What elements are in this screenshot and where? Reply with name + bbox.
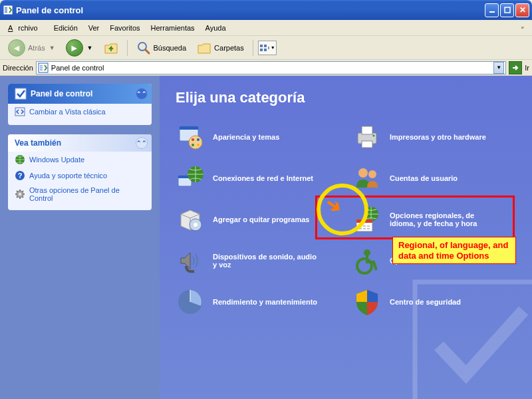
folders-button[interactable]: Carpetas [193, 39, 248, 57]
go-button[interactable] [509, 61, 522, 74]
separator [253, 40, 253, 56]
back-button[interactable]: ◄ Atrás ▼ [4, 37, 59, 59]
minimize-button[interactable] [485, 3, 499, 17]
svg-rect-16 [415, 282, 532, 399]
menubar: Archivodocument.currentScript.previousSi… [0, 20, 532, 36]
window-title: Panel de control [16, 5, 483, 15]
svg-rect-18 [180, 126, 198, 130]
chevron-down-icon: ▼ [271, 45, 275, 50]
menu-favoritos[interactable]: Favoritos [104, 23, 145, 33]
sound-icon [176, 246, 205, 275]
views-button[interactable]: ▼ [258, 41, 277, 55]
cat-sound[interactable]: Dispositivos de sonido, audio y voz [176, 246, 339, 275]
address-dropdown[interactable]: ▼ [493, 62, 504, 74]
svg-rect-25 [362, 126, 372, 134]
svg-point-31 [358, 168, 368, 178]
addremove-icon [176, 205, 205, 234]
address-value: Panel de control [51, 64, 491, 72]
svg-point-27 [373, 135, 375, 137]
cat-users[interactable]: Cuentas de usuario [352, 164, 516, 193]
up-button[interactable] [100, 39, 122, 57]
network-icon [176, 164, 205, 193]
menu-herramientas[interactable]: Herramientas [146, 23, 200, 33]
printer-icon [352, 122, 382, 152]
svg-rect-7 [264, 49, 267, 51]
security-icon [352, 287, 382, 317]
gear-icon [15, 189, 25, 200]
menu-ver[interactable]: Ver [83, 23, 105, 33]
panel-header[interactable]: Vea también ⌃⌃ [8, 134, 152, 152]
menu-archivo[interactable]: Archivodocument.currentScript.previousSi… [3, 23, 49, 33]
search-icon [136, 41, 151, 55]
svg-point-20 [192, 138, 194, 141]
help-icon: ? [15, 170, 25, 181]
menu-ayuda[interactable]: Ayuda [200, 23, 231, 33]
main-area: Elija una categoría Apariencia y temas I… [160, 76, 532, 399]
menu-edicion[interactable]: Edición [49, 23, 83, 33]
windows-flag-icon [516, 21, 529, 33]
svg-point-32 [368, 170, 376, 178]
svg-point-15 [19, 193, 21, 196]
cat-printers[interactable]: Impresoras y otro hardware [352, 122, 516, 152]
address-label: Dirección [3, 64, 33, 72]
separator [127, 40, 128, 56]
appearance-icon [176, 122, 205, 152]
chevron-down-icon: ▼ [87, 45, 93, 51]
checkbox-icon [15, 88, 27, 100]
windows-update-link[interactable]: Windows Update [8, 152, 152, 168]
cat-performance[interactable]: Rendimiento y mantenimiento [176, 287, 339, 317]
watermark-icon [399, 266, 532, 399]
svg-point-21 [197, 138, 200, 141]
page-title: Elija una categoría [176, 89, 516, 106]
panel-header[interactable]: Panel de control ⌃⌃ [8, 84, 152, 104]
svg-text:?: ? [18, 172, 23, 180]
svg-rect-4 [260, 45, 263, 47]
titlebar: Panel de control ✕ [0, 0, 532, 20]
svg-rect-9 [15, 88, 26, 99]
performance-icon [176, 287, 205, 317]
svg-point-34 [194, 223, 198, 227]
globe-icon [15, 154, 25, 165]
svg-rect-2 [505, 7, 510, 13]
svg-rect-26 [362, 141, 372, 148]
svg-point-22 [192, 144, 194, 146]
annotation-label: Regional, of language, and data and time… [392, 237, 516, 264]
maximize-button[interactable] [500, 3, 514, 17]
svg-point-19 [189, 136, 202, 149]
switch-classic-view[interactable]: Cambiar a Vista clásica [8, 104, 152, 120]
svg-rect-5 [264, 45, 267, 47]
svg-point-38 [364, 249, 370, 256]
toolbar: ◄ Atrás ▼ ► ▼ Búsqueda Carpetas ▼ [0, 36, 532, 60]
svg-rect-6 [260, 49, 263, 51]
forward-icon: ► [66, 39, 83, 57]
sidebar: Panel de control ⌃⌃ Cambiar a Vista clás… [0, 76, 160, 399]
control-panel-icon [38, 63, 49, 73]
go-label: Ir [525, 64, 529, 72]
back-icon: ◄ [8, 39, 25, 57]
search-button[interactable]: Búsqueda [132, 39, 191, 57]
folders-icon [197, 41, 211, 55]
cat-appearance[interactable]: Apariencia y temas [176, 122, 339, 152]
collapse-button[interactable]: ⌃⌃ [136, 137, 148, 149]
address-input[interactable]: Panel de control ▼ [36, 61, 506, 74]
chevron-down-icon: ▼ [49, 45, 55, 51]
collapse-button[interactable]: ⌃⌃ [136, 88, 148, 100]
views-icon [259, 44, 270, 52]
go-arrow-icon [511, 64, 519, 72]
forward-button[interactable]: ► ▼ [62, 37, 97, 59]
svg-point-23 [197, 144, 200, 146]
switch-icon [15, 106, 25, 117]
control-panel-icon [3, 5, 13, 15]
other-options-link[interactable]: Otras opciones de Panel de Control [8, 184, 152, 205]
sidebar-panel-control: Panel de control ⌃⌃ Cambiar a Vista clás… [8, 84, 152, 125]
folder-up-icon [104, 41, 118, 55]
svg-rect-1 [489, 11, 495, 13]
close-button[interactable]: ✕ [515, 3, 529, 17]
help-support-link[interactable]: ? Ayuda y soporte técnico [8, 168, 152, 184]
sidebar-panel-seealso: Vea también ⌃⌃ Windows Update ? Ayuda y … [8, 134, 152, 210]
accessibility-icon [352, 246, 382, 275]
cat-network[interactable]: Conexiones de red e Internet [176, 164, 339, 193]
address-bar: Dirección Panel de control ▼ Ir [0, 60, 532, 76]
